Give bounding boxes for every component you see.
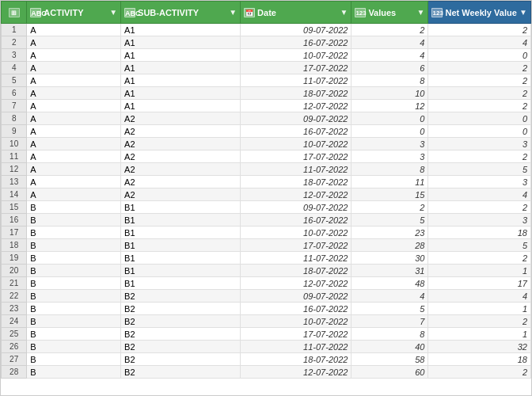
subactivity-cell: A2 xyxy=(121,188,241,201)
table-row: 6AA118-07-2022102 xyxy=(2,87,531,100)
row-number-cell: 6 xyxy=(2,87,27,100)
subactivity-cell: A1 xyxy=(121,24,241,36)
table-row: 8AA209-07-202200 xyxy=(2,112,531,125)
date-cell: 18-07-2022 xyxy=(241,353,352,366)
date-cell: 17-07-2022 xyxy=(241,239,352,252)
netweekly-cell: 2 xyxy=(428,252,531,265)
activity-cell: A xyxy=(27,150,121,163)
row-number-cell: 5 xyxy=(2,74,27,87)
row-number-cell: 4 xyxy=(2,62,27,74)
table-row: 22BB209-07-202244 xyxy=(2,290,531,303)
values-cell: 5 xyxy=(352,303,428,315)
activity-cell: B xyxy=(27,328,121,341)
values-cell: 23 xyxy=(352,227,428,239)
netweekly-cell: 2 xyxy=(428,315,531,328)
netweekly-cell: 0 xyxy=(428,112,531,125)
subactivity-cell: B1 xyxy=(121,265,241,277)
subactivity-cell: A1 xyxy=(121,49,241,62)
filter-icon-activity[interactable]: ▼ xyxy=(109,8,117,17)
row-number-cell: 1 xyxy=(2,24,27,36)
activity-cell: B xyxy=(27,353,121,366)
values-cell: 6 xyxy=(352,62,428,74)
subactivity-cell: B1 xyxy=(121,214,241,227)
date-cell: 16-07-2022 xyxy=(241,36,352,49)
row-number-cell: 22 xyxy=(2,290,27,303)
activity-cell: B xyxy=(27,315,121,328)
table-row: 19BB111-07-2022302 xyxy=(2,252,531,265)
row-number-cell: 11 xyxy=(2,150,27,163)
netweekly-cell: 2 xyxy=(428,87,531,100)
table-row: 12AA211-07-202285 xyxy=(2,163,531,176)
values-cell: 3 xyxy=(352,138,428,150)
activity-cell: A xyxy=(27,74,121,87)
activity-col-header[interactable]: ABC ACTIVITY ▼ xyxy=(27,2,121,24)
subactivity-cell: B2 xyxy=(121,328,241,341)
spreadsheet-container: ⊞ ABC ACTIVITY ▼ ABC SUB-ACTIVITY ▼ xyxy=(0,0,532,396)
netweekly-cell: 2 xyxy=(428,100,531,112)
values-cell: 12 xyxy=(352,100,428,112)
activity-cell: A xyxy=(27,24,121,36)
activity-cell: A xyxy=(27,100,121,112)
values-cell: 48 xyxy=(352,277,428,290)
values-cell: 7 xyxy=(352,315,428,328)
netweekly-cell: 2 xyxy=(428,74,531,87)
subactivity-cell: B1 xyxy=(121,227,241,239)
values-cell: 58 xyxy=(352,353,428,366)
date-cell: 09-07-2022 xyxy=(241,24,352,36)
filter-icon-values[interactable]: ▼ xyxy=(417,8,425,17)
filter-icon-netweekly[interactable]: ▼ xyxy=(519,8,527,17)
row-number-cell: 16 xyxy=(2,214,27,227)
netweekly-cell: 0 xyxy=(428,125,531,138)
subactivity-cell: B2 xyxy=(121,303,241,315)
values-cell: 10 xyxy=(352,87,428,100)
row-number-cell: 25 xyxy=(2,328,27,341)
date-cell: 10-07-2022 xyxy=(241,138,352,150)
activity-cell: B xyxy=(27,303,121,315)
values-cell: 8 xyxy=(352,328,428,341)
date-cell: 16-07-2022 xyxy=(241,125,352,138)
netweekly-header-label: Net Weekly Value xyxy=(445,8,516,17)
activity-cell: A xyxy=(27,62,121,74)
filter-icon-date[interactable]: ▼ xyxy=(340,8,348,17)
activity-cell: B xyxy=(27,366,121,379)
values-cell: 28 xyxy=(352,239,428,252)
netweekly-cell: 2 xyxy=(428,24,531,36)
netweekly-col-header[interactable]: 123 Net Weekly Value ▼ xyxy=(428,2,531,24)
filter-icon-subactivity[interactable]: ▼ xyxy=(229,8,237,17)
num-icon-values: 123 xyxy=(355,8,366,17)
subactivity-cell: B1 xyxy=(121,201,241,214)
date-cell: 11-07-2022 xyxy=(241,252,352,265)
values-cell: 5 xyxy=(352,214,428,227)
netweekly-cell: 1 xyxy=(428,303,531,315)
activity-cell: B xyxy=(27,227,121,239)
subactivity-cell: B2 xyxy=(121,353,241,366)
date-header-label: Date xyxy=(257,8,276,17)
date-cell: 09-07-2022 xyxy=(241,112,352,125)
table-row: 14AA212-07-2022154 xyxy=(2,188,531,201)
values-col-header[interactable]: 123 Values ▼ xyxy=(352,2,428,24)
row-number-cell: 23 xyxy=(2,303,27,315)
date-cell: 10-07-2022 xyxy=(241,227,352,239)
table-row: 9AA216-07-202200 xyxy=(2,125,531,138)
table-row: 2AA116-07-202244 xyxy=(2,36,531,49)
netweekly-cell: 32 xyxy=(428,341,531,353)
table-row: 15BB109-07-202222 xyxy=(2,201,531,214)
values-cell: 2 xyxy=(352,201,428,214)
values-cell: 11 xyxy=(352,176,428,188)
table-row: 10AA210-07-202233 xyxy=(2,138,531,150)
netweekly-cell: 4 xyxy=(428,188,531,201)
subactivity-cell: A1 xyxy=(121,100,241,112)
activity-cell: B xyxy=(27,265,121,277)
activity-cell: A xyxy=(27,49,121,62)
table-row: 26BB211-07-20224032 xyxy=(2,341,531,353)
row-number-cell: 13 xyxy=(2,176,27,188)
subactivity-header-label: SUB-ACTIVITY xyxy=(138,8,199,17)
subactivity-col-header[interactable]: ABC SUB-ACTIVITY ▼ xyxy=(121,2,241,24)
date-col-header[interactable]: 📅 Date ▼ xyxy=(241,2,352,24)
values-cell: 3 xyxy=(352,150,428,163)
table-row: 11AA217-07-202232 xyxy=(2,150,531,163)
activity-header-label: ACTIVITY xyxy=(44,8,83,17)
subactivity-cell: B2 xyxy=(121,290,241,303)
netweekly-cell: 2 xyxy=(428,366,531,379)
netweekly-cell: 3 xyxy=(428,138,531,150)
